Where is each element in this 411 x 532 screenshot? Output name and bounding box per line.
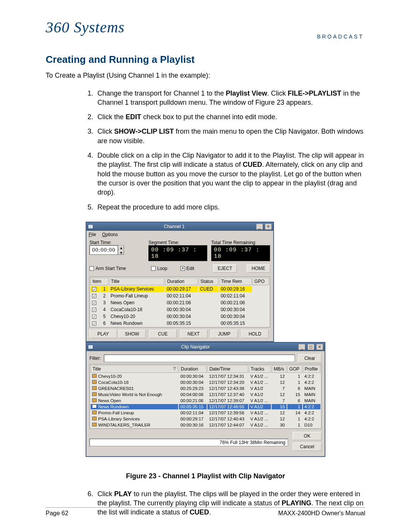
menu-options[interactable]: Options (102, 232, 118, 237)
clipnav-row[interactable]: PSA-Library Services00:00:29:1712/17/07 … (91, 416, 320, 422)
footer-right: MAXX-2400HD Owner's Manual (278, 510, 365, 517)
clip-icon (92, 417, 97, 420)
playlist-header[interactable]: Item (91, 278, 108, 285)
clipnav-header[interactable]: Profile (303, 365, 320, 373)
playlist-row[interactable]: ✓3News Open00:00:21:0600:00:21:06 (91, 300, 269, 306)
clip-icon (92, 386, 97, 390)
step-1: Change the transport for Channel 1 to th… (95, 89, 365, 107)
start-time-label: Start Time: (89, 240, 145, 245)
next-button[interactable]: NEXT (180, 330, 207, 338)
step-4: Double click on a clip in the Clip Navig… (95, 151, 365, 197)
status-text: 76% Full 13Hr 38Min Remaining (220, 440, 285, 445)
logo-main: 360 Systems (46, 19, 125, 36)
clipnav-header[interactable]: Title ▽ (91, 365, 178, 373)
ok-button[interactable]: OK (293, 432, 322, 440)
filter-input[interactable] (104, 355, 295, 362)
page-footer: Page 62 MAXX-2400HD Owner's Manual (46, 507, 365, 517)
maximize-icon[interactable]: □ (307, 344, 314, 350)
eject-button[interactable]: EJECT (213, 264, 237, 273)
clip-icon (92, 411, 97, 414)
figure-23: Channel 1 _ × File Options Start Time: 0… (86, 222, 325, 457)
intro-text: To Create a Playlist (Using Channel 1 in… (46, 72, 365, 80)
playlist-table: ItemTitleDurationStatusTime RemGPO ✓1PSA… (89, 276, 270, 328)
spin-up-icon[interactable]: ▲ (118, 246, 124, 249)
clipnav-row[interactable]: WINDTALKERS_TRAILER00:00:30:1612/17/07 1… (91, 422, 320, 428)
loop-checkbox[interactable]: Loop (151, 266, 167, 271)
spin-down-icon[interactable]: ▼ (118, 251, 124, 254)
total-time-display: 00 :09 :37 : 18 (211, 245, 270, 261)
clear-button[interactable]: Clear (298, 354, 322, 363)
clipnav-row[interactable]: CocaCola10-1800:00:30:0412/17/07 12:34:2… (91, 380, 320, 385)
total-time-label: Total Time Remaining: (211, 240, 270, 245)
clipnav-row[interactable]: News Open00:00:21:0612/17/07 12:39:07V A… (91, 398, 320, 403)
start-time-input[interactable]: 00:00:00 (89, 245, 118, 255)
filter-label: Filter: (89, 356, 101, 361)
playlist-row[interactable]: ✓2Promo-Fall Lineup00:02:11:0400:02:11:0… (91, 293, 269, 299)
clipnav-row[interactable]: Promo-Fall Lineup00:02:11:0412/17/07 12:… (91, 410, 320, 415)
row-checkbox[interactable]: ✓ (92, 321, 96, 326)
clip-icon (92, 398, 97, 402)
steps-list: Change the transport for Channel 1 to th… (95, 89, 365, 212)
clip-icon (92, 380, 97, 384)
clipnav-row[interactable]: Chevy10-2000:00:30:0412/17/07 12:34:31V … (91, 374, 320, 379)
figure-caption: Figure 23 - Channel 1 Playlist with Clip… (46, 472, 365, 480)
playlist-row[interactable]: ✓6News Rundown00:05:35:1500:05:35:15 (91, 320, 269, 326)
edit-checkbox[interactable]: ✕Edit (180, 266, 194, 271)
segment-time-label: Segment Time: (148, 240, 207, 245)
home-button[interactable]: HOME (247, 264, 270, 273)
jump-button[interactable]: JUMP (210, 330, 238, 338)
arm-start-checkbox[interactable]: Arm Start Time (89, 266, 126, 271)
playlist-header[interactable]: Title (109, 278, 165, 285)
clipnav-header[interactable]: GOP (287, 365, 302, 373)
playlist-header[interactable]: GPO (253, 278, 269, 285)
cancel-button[interactable]: Cancel (293, 443, 322, 451)
page-heading: Creating and Running a Playlist (46, 54, 365, 66)
clipnav-header[interactable]: Date/Time (207, 365, 248, 373)
playlist-header[interactable]: Time Rem (219, 278, 252, 285)
clipnav-title: Clip Navigator (93, 344, 298, 350)
clipnav-row[interactable]: News Rundown00:05:35:1512/17/07 12:46:55… (91, 404, 320, 409)
close-icon[interactable]: × (265, 224, 272, 230)
clip-icon (92, 392, 97, 396)
clipnav-header[interactable]: Duration (179, 365, 207, 373)
channel-titlebar[interactable]: Channel 1 _ × (86, 222, 273, 231)
clipnav-titlebar[interactable]: Clip Navigator _ □ × (86, 343, 325, 351)
menu-file[interactable]: File (89, 232, 96, 237)
footer-left: Page 62 (46, 510, 68, 517)
row-checkbox[interactable]: ✓ (92, 287, 96, 291)
clipnav-header[interactable]: Tracks (249, 365, 271, 373)
row-checkbox[interactable]: ✓ (92, 294, 96, 298)
minimize-icon[interactable]: _ (298, 344, 305, 350)
playlist-row[interactable]: ✓5Chevy10-2000:00:30:0400:00:30:04 (91, 313, 269, 320)
row-checkbox[interactable]: ✓ (92, 315, 96, 319)
clipnav-row[interactable]: MusicVideo World is Not Enough00:04:00:0… (91, 392, 320, 397)
show-button[interactable]: SHOW (118, 330, 146, 338)
row-checkbox[interactable]: ✓ (92, 308, 96, 312)
close-icon[interactable]: × (316, 344, 323, 350)
row-checkbox[interactable]: ✓ (92, 301, 96, 305)
brand-logo: 360 Systems BROADCAST (46, 21, 365, 39)
start-time-spinner[interactable]: ▲▼ (118, 245, 124, 255)
segment-time-display: 00 :09 :37 : 18 (148, 245, 207, 261)
step-3: Click SHOW->CLIP LIST from the main menu… (95, 127, 365, 145)
playlist-row[interactable]: ✓4CocaCola10-1800:00:30:0400:00:30:04 (91, 307, 269, 313)
channel-title: Channel 1 (93, 224, 255, 229)
step-5: Repeat the procedure to add more clips. (95, 203, 365, 212)
clip-icon (92, 404, 97, 408)
step-2: Click the EDIT check box to put the chan… (95, 112, 365, 121)
hold-button[interactable]: HOLD (241, 330, 269, 338)
clipnav-row[interactable]: GREENACRES0100:25:29:2312/17/07 12:43:38… (91, 386, 320, 391)
playlist-header[interactable]: Duration (165, 278, 198, 285)
cue-button[interactable]: CUE (149, 330, 177, 338)
play-button[interactable]: PLAY (89, 330, 117, 338)
clipnav-table: Title ▽DurationDate/TimeTracksMB/sGOPPro… (89, 364, 322, 429)
minimize-icon[interactable]: _ (256, 224, 263, 230)
window-icon (88, 345, 93, 349)
clip-icon (92, 374, 97, 378)
window-icon (88, 224, 93, 229)
playlist-row[interactable]: ✓1PSA-Library Services00:00:29:17CUED00:… (91, 286, 269, 292)
playlist-header[interactable]: Status (199, 278, 218, 285)
clipnav-header[interactable]: MB/s (272, 365, 287, 373)
clip-icon (92, 423, 97, 427)
